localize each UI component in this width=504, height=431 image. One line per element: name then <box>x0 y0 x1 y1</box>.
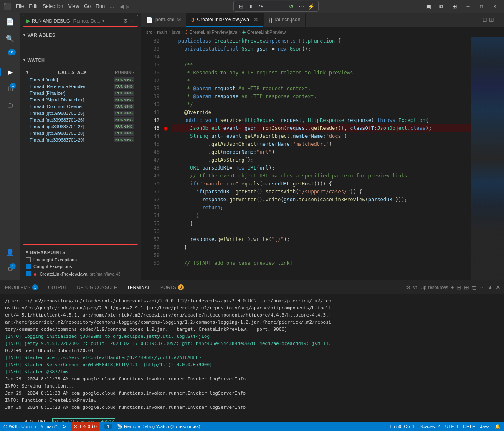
spaces[interactable]: Spaces: 2 <box>420 424 440 429</box>
new-terminal-icon[interactable]: + <box>451 284 454 291</box>
debug-dots-btn[interactable]: ⋯ <box>296 2 306 10</box>
tab-create-link-preview[interactable]: J CreateLinkPreview.java ✕ <box>186 13 264 27</box>
debug-step-into-btn[interactable]: ↓ <box>266 2 276 10</box>
panel-tab-terminal[interactable]: TERMINAL <box>122 280 155 294</box>
activity-source-control[interactable]: ⑂ 1k+ <box>3 48 18 63</box>
bp-caught[interactable]: Caught Exceptions <box>23 263 138 270</box>
code-line-35: /** <box>172 61 471 69</box>
thread-qtp-27[interactable]: Thread [qtp399683701-27] RUNNING <box>23 123 138 130</box>
git-branch[interactable]: ⑂ main* <box>41 424 57 429</box>
activity-explorer[interactable]: 📄 <box>3 14 18 29</box>
menu-run[interactable]: Run <box>96 3 105 9</box>
activity-account[interactable]: 👤 <box>3 245 18 260</box>
thread-qtp-26[interactable]: Thread [qtp399683701-26] RUNNING <box>23 117 138 123</box>
win-layout-btn[interactable]: ⊞ <box>449 2 461 10</box>
debug-restart-btn[interactable]: ↺ <box>286 2 296 10</box>
wsl-indicator[interactable]: ⬡ WSL: Ubuntu <box>3 424 36 429</box>
panel-tab-problems[interactable]: PROBLEMS 1 <box>0 280 43 294</box>
panel-tab-output[interactable]: OUTPUT <box>43 280 72 294</box>
call-stack-items: Thread [main] RUNNING Thread [Reference … <box>23 76 138 143</box>
menu-more[interactable]: ... <box>110 3 114 9</box>
tabs-layout-icon[interactable]: ⊞ <box>489 16 494 23</box>
panel-more-icon[interactable]: ··· <box>480 284 485 291</box>
run-more-icon[interactable]: ··· <box>130 18 134 24</box>
error-badge[interactable]: 1 <box>104 424 112 429</box>
panel-tabs: PROBLEMS 1 OUTPUT DEBUG CONSOLE TERMINAL… <box>0 280 504 295</box>
notifications[interactable]: 🔔 <box>495 424 501 429</box>
warning-count: 0 <box>88 424 90 429</box>
language[interactable]: Java <box>480 424 490 429</box>
remote-debug[interactable]: 📡 Remote Debug Watch (3p-resources) <box>117 424 200 429</box>
breakpoints-header[interactable]: ▾ BREAKPOINTS <box>23 248 138 256</box>
activity-remote[interactable]: ⬡ <box>3 98 18 113</box>
bp-uncaught-checkbox[interactable] <box>26 257 31 262</box>
win-split-btn[interactable]: ⧉ <box>436 2 447 10</box>
thread-qtp-28[interactable]: Thread [qtp399683701-28] RUNNING <box>23 130 138 137</box>
thread-signal[interactable]: Thread [Signal Dispatcher] RUNNING <box>23 96 138 103</box>
tab-pom-xml[interactable]: 📄 pom.xml M <box>141 13 186 27</box>
activity-search[interactable]: 🔍 <box>3 31 18 46</box>
variables-arrow: ▾ <box>23 33 26 37</box>
breadcrumb-file[interactable]: CreateLinkPreview.java <box>189 30 237 35</box>
breadcrumb-class[interactable]: CreateLinkPreview <box>247 30 286 35</box>
run-debug-button[interactable]: ▶ RUN AND DEBUG Remote De... ▾ <box>26 18 104 24</box>
sync-status[interactable]: ↻ <box>62 424 66 429</box>
breadcrumb-src[interactable]: src <box>146 30 152 35</box>
split-editor-icon[interactable]: ⊟ <box>482 16 487 23</box>
thread-ref-handler[interactable]: Thread [Reference Handler] RUNNING <box>23 83 138 90</box>
terminal-url[interactable]: http://localhost:9000/ <box>52 418 116 422</box>
win-minimize-btn[interactable]: ─ <box>462 2 474 10</box>
breadcrumb-main[interactable]: main <box>157 30 167 35</box>
nav-back[interactable]: ◀ <box>120 3 124 10</box>
menu-edit[interactable]: Edit <box>29 3 38 9</box>
menu-file[interactable]: File <box>16 3 24 9</box>
debug-step-out-btn[interactable]: ↑ <box>276 2 286 10</box>
cursor-position[interactable]: Ln 59, Col 1 <box>390 424 415 429</box>
bp-uncaught[interactable]: Uncaught Exceptions <box>23 256 138 263</box>
breadcrumb-java[interactable]: java <box>172 30 180 35</box>
bp-caught-checkbox[interactable] <box>26 264 31 269</box>
activity-extensions[interactable]: ⊞ 1 <box>3 81 18 96</box>
win-panel-btn[interactable]: ▣ <box>422 2 434 10</box>
nav-forward[interactable]: ▶ <box>126 3 130 10</box>
thread-finalizer[interactable]: Thread [Finalizer] RUNNING <box>23 90 138 96</box>
line-ending[interactable]: CRLF <box>463 424 475 429</box>
watch-header[interactable]: ▾ WATCH <box>20 56 141 64</box>
panel-tab-ports[interactable]: PORTS 3 <box>155 280 189 294</box>
code-lines[interactable]: public class CreateLinkPreview implement… <box>170 37 471 280</box>
bp-create-link-checkbox[interactable] <box>26 271 31 276</box>
variables-header[interactable]: ▾ VARIABLES <box>20 31 141 39</box>
thread-common-cleaner[interactable]: Thread [Common-Cleaner] RUNNING <box>23 103 138 110</box>
menu-view[interactable]: View <box>68 3 79 9</box>
panel-close-icon[interactable]: ✕ <box>496 284 501 291</box>
tab-launch-json[interactable]: {} launch.json <box>264 13 306 27</box>
debug-step-over-btn[interactable]: ↷ <box>256 2 266 10</box>
panel-maximize-icon[interactable]: ▲ <box>487 284 493 291</box>
thread-main[interactable]: Thread [main] RUNNING <box>23 76 138 83</box>
split-terminal-icon[interactable]: ⊟ <box>456 284 461 291</box>
terminal-line-17: INFO: URL: http://localhost:9000/ <box>5 411 499 422</box>
win-maximize-btn[interactable]: □ <box>476 2 487 10</box>
debug-pause-btn[interactable]: ⏸ <box>246 2 256 10</box>
call-stack-header[interactable]: ▾ CALL STACK Running <box>23 68 138 76</box>
thread-qtp-25[interactable]: Thread [qtp399683701-25] RUNNING <box>23 110 138 117</box>
bp-create-link[interactable]: ● CreateLinkPreview.java src/main/java 4… <box>23 270 138 278</box>
activity-run-debug[interactable]: ▶ <box>3 64 18 79</box>
error-status[interactable]: ✕ 0 ⚠ 0 ℹ 0 <box>71 422 99 431</box>
menu-go[interactable]: Go <box>84 3 91 9</box>
terminal-content[interactable]: /pierrick/.m2/repository/io/cloudevents/… <box>0 295 504 422</box>
menu-selection[interactable]: Selection <box>43 3 63 9</box>
tab-close-icon[interactable]: ✕ <box>253 16 258 23</box>
code-line-37: * <box>172 77 471 85</box>
delete-terminal-icon[interactable]: 🗑 <box>471 284 477 291</box>
encoding[interactable]: UTF-8 <box>445 424 458 429</box>
activity-settings[interactable]: ⚙ 1 <box>3 261 18 276</box>
win-close-btn[interactable]: ✕ <box>489 2 501 10</box>
tabs-more-icon[interactable]: ··· <box>496 16 501 23</box>
terminal-layout-icon[interactable]: ⊞ <box>464 284 469 291</box>
thread-qtp-29[interactable]: Thread [qtp399683701-29] RUNNING <box>23 137 138 143</box>
panel-tab-debug-console[interactable]: DEBUG CONSOLE <box>72 280 122 294</box>
debug-grid-btn[interactable]: ⊞ <box>236 2 246 10</box>
debug-lightning-btn[interactable]: ⚡ <box>306 2 316 10</box>
run-settings-icon[interactable]: ⚙ <box>123 18 128 24</box>
